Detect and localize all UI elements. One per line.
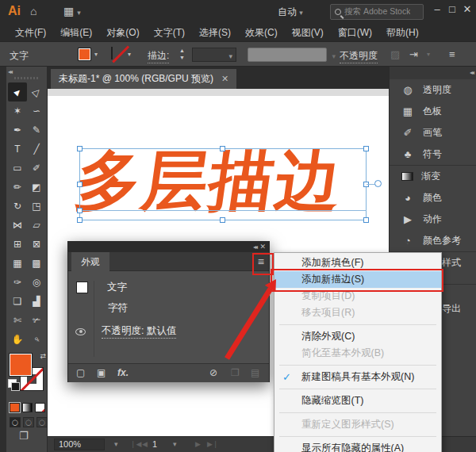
collapse-panel-icon[interactable]: ◂◂: [253, 243, 256, 251]
appearance-row-opacity[interactable]: 不透明度: 默认值: [68, 322, 269, 341]
width-tool[interactable]: ⋈: [8, 216, 27, 235]
scale-tool[interactable]: ◳: [27, 197, 46, 216]
fill-chevron-icon[interactable]: ▾: [94, 51, 98, 58]
color-button[interactable]: [10, 403, 20, 412]
duplicate-item-icon[interactable]: ❐: [231, 367, 240, 378]
tab-appearance[interactable]: 外观: [71, 252, 109, 271]
arrange-documents-icon[interactable]: ▦ ▾: [63, 5, 81, 17]
panel-tab-color[interactable]: ◕颜色: [390, 187, 476, 209]
panel-tab-symbols[interactable]: ♣符号: [390, 144, 476, 165]
selection-handle-n[interactable]: [220, 146, 225, 151]
search-input[interactable]: 搜索 Adobe Stock: [330, 4, 424, 20]
last-artboard-icon[interactable]: ▶❘: [207, 440, 218, 448]
rectangle-tool[interactable]: ▭: [8, 159, 27, 178]
workspace-switcher[interactable]: 自动 ▾: [278, 6, 303, 19]
magic-wand-tool[interactable]: ✶: [8, 102, 27, 121]
stroke-weight-dropdown[interactable]: ▾: [192, 48, 236, 62]
line-segment-tool[interactable]: ╱: [27, 140, 46, 159]
collapse-panel-icon[interactable]: ◂◂: [8, 68, 11, 75]
menu-item-show-all-hidden-attributes[interactable]: 显示所有隐藏的属性(A): [274, 440, 441, 452]
perspective-grid-tool[interactable]: ⊠: [27, 235, 46, 254]
knife-tool[interactable]: ✃: [27, 311, 46, 330]
menu-effect[interactable]: 效果(C): [238, 26, 285, 40]
selection-handle-w[interactable]: [77, 182, 83, 187]
appearance-row-type[interactable]: 文字: [68, 278, 269, 297]
menu-window[interactable]: 窗口(W): [331, 26, 379, 40]
clear-appearance-icon[interactable]: ⊘: [209, 367, 217, 378]
gradient-tool[interactable]: ▩: [27, 254, 46, 273]
selection-handle-s[interactable]: [220, 217, 225, 223]
next-artboard-icon[interactable]: ▶: [195, 440, 201, 448]
panel-tab-gradient[interactable]: 渐变: [390, 166, 476, 187]
draw-inside-mode-button[interactable]: ◯: [36, 417, 48, 427]
appearance-panel-titlebar[interactable]: ◂◂ ✕: [68, 242, 269, 252]
pen-tool[interactable]: ✒: [8, 121, 27, 140]
draw-behind-mode-button[interactable]: ◯: [23, 417, 34, 427]
menu-item-add-new-fill[interactable]: 添加新填色(F): [274, 255, 441, 271]
visibility-eye-icon[interactable]: [75, 328, 86, 335]
opacity-label[interactable]: 不透明度: [340, 49, 378, 63]
delete-item-icon[interactable]: ▤: [251, 367, 259, 378]
panel-tab-color-guide[interactable]: ◔颜色参考: [390, 230, 476, 251]
stroke-chevron-icon[interactable]: ▾: [128, 51, 131, 58]
menu-item-new-art-basic-appearance[interactable]: ✓新建图稿具有基本外观(N): [274, 369, 441, 385]
minimize-button[interactable]: –: [430, 3, 444, 15]
type-tool[interactable]: T: [8, 140, 27, 159]
shape-builder-tool[interactable]: ⊞: [8, 235, 27, 254]
selection-handle-se[interactable]: [363, 217, 369, 223]
menu-select[interactable]: 选择(S): [192, 26, 238, 40]
fill-color-swatch[interactable]: [78, 48, 91, 61]
selection-handle-ne[interactable]: [363, 146, 369, 151]
panel-tab-brushes[interactable]: ✐画笔: [390, 122, 476, 144]
panel-options-icon[interactable]: ≡: [449, 48, 455, 60]
menu-type[interactable]: 文字(T): [147, 26, 192, 40]
first-artboard-icon[interactable]: ❘◀: [130, 440, 141, 448]
stroke-color-swatch[interactable]: [111, 47, 113, 59]
selection-handle-sw[interactable]: [77, 217, 83, 223]
panel-close-icon[interactable]: ✕: [259, 243, 266, 251]
align-icon[interactable]: ⇥: [409, 48, 418, 60]
menu-item-hide-thumbnail[interactable]: 隐藏缩览图(T): [274, 393, 441, 409]
lasso-tool[interactable]: ∽: [27, 102, 46, 121]
menu-view[interactable]: 视图(V): [285, 26, 331, 40]
artboard-chevron-icon[interactable]: ▾: [173, 440, 177, 448]
eyedropper-tool[interactable]: ✑: [8, 273, 27, 292]
menu-file[interactable]: 文件(F): [8, 26, 53, 40]
free-transform-tool[interactable]: ▱: [27, 216, 46, 235]
curvature-tool[interactable]: ✎: [27, 121, 46, 140]
selection-tool[interactable]: ►: [8, 82, 27, 102]
tab-close-icon[interactable]: ✕: [221, 74, 228, 84]
direct-selection-tool[interactable]: ▷: [27, 82, 46, 102]
selection-handle-nw[interactable]: [77, 146, 83, 151]
eraser-tool[interactable]: ◩: [27, 178, 46, 197]
prev-artboard-icon[interactable]: ◀: [142, 440, 148, 448]
paintbrush-tool[interactable]: ✐: [27, 159, 46, 178]
panel-tab-actions[interactable]: ▶动作: [390, 209, 476, 230]
add-new-fill-icon[interactable]: ▣: [97, 367, 106, 378]
panel-tab-swatches[interactable]: ▦色板: [390, 101, 476, 122]
stroke-weight-stepper[interactable]: ▲▼: [179, 47, 185, 61]
panel-tab-transparency[interactable]: ◍透明度: [390, 79, 476, 101]
rotate-tool[interactable]: ↻: [8, 197, 27, 216]
swap-fill-stroke-icon[interactable]: ⇄: [40, 352, 46, 360]
fill-indicator[interactable]: [10, 354, 32, 376]
menu-object[interactable]: 对象(O): [99, 26, 146, 40]
zoom-tool[interactable]: ♀: [27, 330, 46, 349]
appearance-row-characters[interactable]: 字符: [68, 298, 269, 317]
artboard-tool[interactable]: ❏: [8, 292, 27, 311]
text-out-port[interactable]: [374, 180, 382, 187]
menu-edit[interactable]: 编辑(E): [53, 26, 99, 40]
add-new-effect-icon[interactable]: fx.: [117, 367, 129, 378]
menu-item-add-new-stroke[interactable]: 添加新描边(S): [274, 271, 441, 288]
screen-mode-button[interactable]: ❐: [19, 430, 29, 442]
mesh-tool[interactable]: ▦: [8, 254, 27, 273]
hand-tool[interactable]: ✋: [8, 330, 27, 349]
home-icon[interactable]: ⌂: [30, 5, 36, 17]
brush-definition-dropdown[interactable]: ▾: [248, 48, 327, 62]
maximize-button[interactable]: □: [445, 3, 459, 15]
shaper-tool[interactable]: ✏: [8, 178, 27, 197]
menu-help[interactable]: 帮助(H): [379, 26, 426, 40]
document-tab[interactable]: 未标题-1* @ 100% (RGB/GPU 预览) ✕: [51, 69, 236, 89]
menu-item-clear-appearance[interactable]: 清除外观(C): [274, 328, 441, 345]
stroke-weight-label[interactable]: 描边:: [148, 49, 169, 63]
